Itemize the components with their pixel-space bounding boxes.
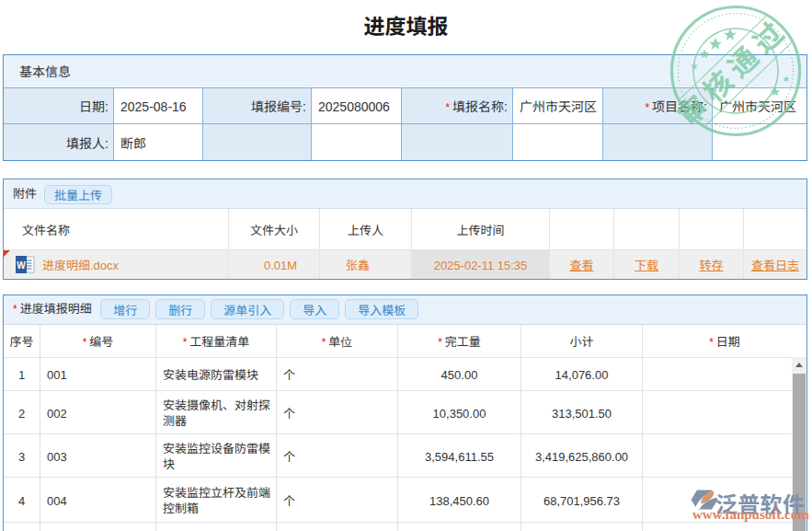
svg-text:W: W	[17, 260, 26, 271]
svg-text:审核通过: 审核通过	[667, 7, 796, 134]
